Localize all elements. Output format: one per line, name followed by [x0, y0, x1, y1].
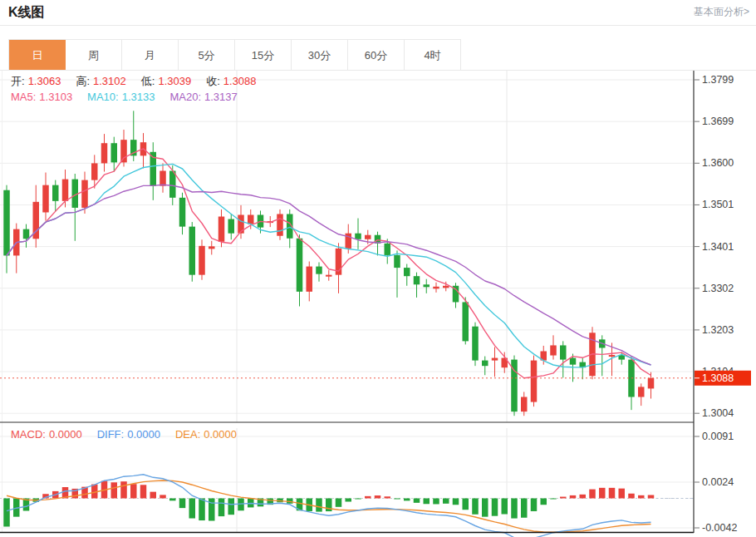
ma-legend-label: MA20:: [169, 91, 201, 103]
tab-period-0[interactable]: 日: [9, 40, 66, 71]
macd-bar-negative: [355, 499, 361, 500]
tab-period-2[interactable]: 月: [122, 40, 179, 71]
candle-up: [443, 286, 449, 288]
tab-period-4[interactable]: 15分: [235, 40, 292, 71]
macd-bar-negative: [502, 499, 508, 515]
tab-period-7[interactable]: 4时: [405, 40, 461, 71]
macd-legend-label: DIFF:: [97, 428, 125, 441]
macd-bar-positive: [560, 497, 567, 499]
price-tick-label: 1.3799: [702, 74, 734, 86]
macd-bar-negative: [492, 499, 498, 516]
candle-up: [120, 140, 127, 162]
macd-bar-positive: [648, 495, 655, 499]
macd-bar-positive: [140, 485, 147, 498]
candle-up: [531, 361, 538, 402]
candle-up: [307, 267, 313, 292]
candle-down: [404, 268, 410, 276]
macd-bar-positive: [120, 481, 127, 498]
ma-line-ma10: [7, 164, 651, 367]
candle-up: [277, 214, 283, 235]
ma-legend-item: MA5:1.3103: [11, 91, 76, 103]
candle-down: [189, 227, 196, 275]
candle-down: [52, 185, 59, 201]
macd-bar-positive: [130, 484, 137, 498]
macd-bar-negative: [336, 499, 342, 507]
ohlc-legend-item: 开:1.3063: [11, 75, 64, 87]
macd-bar-negative: [346, 499, 352, 502]
macd-tick-label: 0.0091: [702, 431, 734, 442]
tab-period-1[interactable]: 周: [66, 40, 122, 71]
macd-legend-label: DEA:: [175, 428, 200, 441]
candle-up: [433, 287, 439, 289]
candle-down: [570, 358, 577, 365]
macd-bar-negative: [453, 499, 459, 505]
candle-up: [326, 275, 332, 277]
macd-bar-negative: [189, 499, 196, 519]
macd-bar-negative: [316, 499, 322, 512]
candle-down: [179, 198, 186, 227]
macd-legend-item: DIFF:0.0000: [97, 428, 164, 441]
macd-bar-positive: [375, 495, 381, 498]
candle-down: [385, 244, 391, 255]
macd-tick-label: -0.0042: [702, 522, 737, 534]
candle-down: [3, 190, 10, 256]
macd-bar-negative: [3, 499, 10, 527]
macd-legend-item: DEA:0.0000: [175, 428, 240, 441]
candle-up: [101, 143, 108, 163]
price-tick-label: 1.3004: [702, 407, 734, 419]
macd-legend-value: 0.0000: [49, 428, 82, 441]
candle-down: [169, 171, 176, 198]
ma-legend-label: MA5:: [11, 91, 36, 103]
candle-down: [424, 284, 430, 287]
candle-up: [91, 163, 98, 180]
macd-legend-value: 0.0000: [204, 428, 237, 441]
candle-down: [560, 345, 567, 359]
macd-bar-negative: [414, 499, 420, 503]
tab-period-6[interactable]: 60分: [348, 40, 405, 71]
macd-bar-positive: [385, 496, 391, 498]
macd-bar-positive: [111, 482, 118, 498]
ma-line-ma5: [7, 149, 651, 378]
price-tick-label: 1.3600: [702, 157, 734, 169]
macd-bar-negative: [482, 499, 488, 517]
ohlc-legend-value: 1.3063: [28, 75, 61, 87]
candle-up: [209, 246, 215, 249]
macd-bar-negative: [199, 499, 205, 521]
ma-legend-value: 1.3103: [39, 91, 72, 103]
candle-down: [463, 302, 469, 341]
candle-down: [414, 276, 420, 284]
macd-bar-negative: [404, 499, 410, 501]
candle-up: [521, 397, 528, 412]
price-tick-label: 1.3699: [702, 116, 734, 127]
tabbar-bottom-border: [0, 70, 756, 71]
macd-bar-negative: [228, 499, 235, 515]
candle-down: [316, 267, 322, 274]
ohlc-legend-item: 收:1.3088: [206, 75, 259, 87]
macd-bar-negative: [541, 499, 547, 505]
macd-bar-positive: [628, 494, 635, 499]
ohlc-legend-label: 高:: [76, 75, 90, 87]
macd-legend-value: 0.0000: [127, 428, 160, 441]
macd-bar-positive: [609, 488, 616, 499]
macd-legend-label: MACD:: [11, 428, 46, 441]
candle-up: [365, 235, 371, 239]
candle-up: [648, 378, 655, 389]
tab-period-5[interactable]: 30分: [292, 40, 348, 71]
macd-bar-positive: [150, 492, 157, 499]
tab-period-3[interactable]: 5分: [179, 40, 235, 71]
candle-down: [228, 219, 235, 234]
candle-up: [609, 355, 616, 357]
ohlc-legend-label: 低:: [141, 75, 155, 87]
macd-bar-negative: [394, 499, 400, 500]
macd-bar-negative: [463, 499, 469, 510]
price-tick-label: 1.3302: [702, 283, 734, 294]
period-tabbar: 日周月5分15分30分60分4时: [8, 39, 461, 71]
ohlc-legend-label: 收:: [206, 75, 220, 87]
macd-bar-negative: [531, 499, 538, 511]
candle-up: [492, 358, 498, 361]
macd-bar-positive: [589, 490, 596, 499]
macd-bar-negative: [521, 499, 528, 518]
candle-up: [160, 171, 166, 186]
macd-bar-positive: [365, 496, 371, 499]
macd-bar-positive: [599, 488, 606, 499]
